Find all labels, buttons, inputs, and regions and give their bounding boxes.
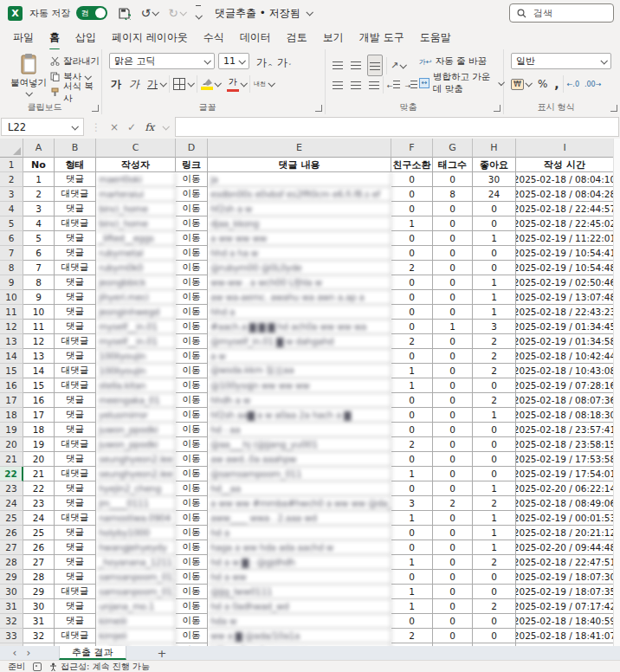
menu-tab-홈[interactable]: 홈 [42, 26, 68, 49]
cell-H31[interactable]: 2 [473, 599, 516, 614]
cell-A26[interactable]: 25 [23, 526, 55, 540]
comma-style-button[interactable]: , [554, 77, 559, 91]
cell-F30[interactable]: 1 [391, 585, 433, 599]
cell-E29[interactable]: hd a ww [208, 570, 391, 585]
cell-B15[interactable]: 대댓글 [55, 364, 96, 378]
cell-B9[interactable]: 댓글 [55, 275, 96, 290]
shrink-font-button[interactable]: 가ˇ [277, 55, 292, 70]
cell-C12[interactable]: myself__in.01 [96, 320, 176, 334]
cell-D13[interactable]: 이동 [176, 334, 208, 349]
cell-F18[interactable]: 0 [391, 408, 433, 423]
cell-A19[interactable]: 18 [23, 423, 55, 437]
format-painter-button[interactable]: 서식 복사 [50, 85, 101, 100]
cell-I11[interactable]: 2025-02-18 / 22:43:23 [516, 305, 614, 320]
cell-I23[interactable]: 2025-02-20 / 06:22:14 [516, 481, 614, 496]
cell-E11[interactable]: hhd a [208, 305, 391, 320]
cell-B12[interactable]: 댓글 [55, 320, 96, 334]
increase-indent-button[interactable]: → [405, 81, 418, 90]
cell-I31[interactable]: 2025-02-19 / 07:17:42 [516, 599, 614, 614]
cell-G2[interactable]: 0 [433, 172, 473, 187]
save-icon[interactable] [118, 7, 131, 20]
cell-A4[interactable]: 3 [23, 202, 55, 216]
cell-D7[interactable]: 이동 [176, 246, 208, 261]
cell-C10[interactable]: jihyeri.meci [96, 290, 176, 305]
cell-D9[interactable]: 이동 [176, 275, 208, 290]
cell-E10[interactable]: aw wa-aemc. awahu wa awn a.ap a [208, 290, 391, 305]
cell-D23[interactable]: 이동 [176, 481, 208, 496]
cell-E9[interactable]: ww-ww . a wch00 Lfjhla w [208, 275, 391, 290]
row-header-28[interactable]: 28 [0, 555, 23, 570]
paste-button[interactable]: 붙여넣기 [9, 53, 48, 96]
column-header-A[interactable]: A [23, 139, 55, 158]
cell-F12[interactable]: 0 [391, 320, 433, 334]
cell-H13[interactable]: 2 [473, 334, 516, 349]
cell-C33[interactable]: kimjeii [96, 629, 176, 643]
cell-H28[interactable]: 2 [473, 555, 516, 570]
row-header-22[interactable]: 22 [0, 467, 23, 481]
cell-E24[interactable]: a ww ww #mmba#hwch0 a ww ww @da_h [208, 496, 391, 511]
cell-I21[interactable]: 2025-02-19 / 17:53:58 [516, 452, 614, 467]
header-cell-No[interactable]: No [23, 158, 55, 172]
cell-B8[interactable]: 대댓글 [55, 261, 96, 275]
cell-H2[interactable]: 30 [473, 172, 516, 187]
cell-A7[interactable]: 6 [23, 246, 55, 261]
cell-C15[interactable]: 100liyoujin [96, 364, 176, 378]
row-header-3[interactable]: 3 [0, 187, 23, 202]
cell-E23[interactable]: hd__aa [208, 481, 391, 496]
cell-F31[interactable]: 1 [391, 599, 433, 614]
cell-F16[interactable]: 1 [391, 378, 433, 393]
font-name-select[interactable]: 맑은 고딕 [109, 53, 215, 69]
cell-G26[interactable]: 0 [433, 526, 473, 540]
cell-G8[interactable]: 0 [433, 261, 473, 275]
cell-B31[interactable]: 댓글 [55, 599, 96, 614]
cell-E16[interactable]: @100ysqjn ww ww ww [208, 378, 391, 393]
sheet-tab-active[interactable]: 추출 결과 [59, 646, 126, 660]
next-sheet-button[interactable]: › [23, 647, 35, 659]
cell-C21[interactable]: seunghyeon2.lee [96, 452, 176, 467]
cell-H10[interactable]: 1 [473, 290, 516, 305]
cell-E6[interactable]: a ww ww ww [208, 231, 391, 246]
cell-G27[interactable]: 0 [433, 540, 473, 555]
menu-tab-데이터[interactable]: 데이터 [232, 26, 279, 49]
cell-C30[interactable]: samsanpoom_011 [96, 585, 176, 599]
cell-B4[interactable]: 댓글 [55, 202, 96, 216]
cell-E8[interactable]: @rubym00 @0L0yde [208, 261, 391, 275]
cell-B18[interactable]: 댓글 [55, 408, 96, 423]
cell-B11[interactable]: 댓글 [55, 305, 96, 320]
cell-C25[interactable]: namostiwa.0904 [96, 511, 176, 526]
cell-D6[interactable]: 이동 [176, 231, 208, 246]
cell-C8[interactable]: rubym0k0 [96, 261, 176, 275]
align-top-button[interactable] [333, 61, 343, 69]
cell-B23[interactable]: 댓글 [55, 481, 96, 496]
cell-G22[interactable]: 0 [433, 467, 473, 481]
column-header-B[interactable]: B [55, 139, 96, 158]
cell-F22[interactable]: 1 [391, 467, 433, 481]
cell-E21[interactable]: aw awd..0a aaahpw [208, 452, 391, 467]
cell-F10[interactable]: 0 [391, 290, 433, 305]
cell-G24[interactable]: 2 [433, 496, 473, 511]
cell-D5[interactable]: 이동 [176, 216, 208, 231]
cell-H26[interactable]: 1 [473, 526, 516, 540]
cell-E14[interactable]: a w [208, 349, 391, 364]
row-header-5[interactable]: 5 [0, 216, 23, 231]
cell-I8[interactable]: 2025-02-19 / 10:54:48 [516, 261, 614, 275]
column-header-G[interactable]: G [433, 139, 473, 158]
cell-D10[interactable]: 이동 [176, 290, 208, 305]
cell-A10[interactable]: 9 [23, 290, 55, 305]
cell-B32[interactable]: 댓글 [55, 614, 96, 629]
cell-B22[interactable]: 대댓글 [55, 467, 96, 481]
row-header-16[interactable]: 16 [0, 378, 23, 393]
cell-F17[interactable]: 0 [391, 393, 433, 408]
underline-button[interactable]: 가 [147, 77, 158, 92]
cell-E27[interactable]: haga a ww hda ada aachd w [208, 540, 391, 555]
menu-tab-도움말[interactable]: 도움말 [412, 26, 459, 49]
cell-I26[interactable]: 2025-02-18 / 20:21:12 [516, 526, 614, 540]
wrap-text-button[interactable]: 가↩ 자동 줄 바꿈 [419, 54, 487, 69]
cell-E17[interactable]: hhdh a w [208, 393, 391, 408]
cell-E13[interactable]: @myself_in.01 ▇ w dahgahd [208, 334, 391, 349]
cell-H16[interactable]: 0 [473, 378, 516, 393]
font-dialog-launcher[interactable] [315, 105, 322, 112]
cell-F27[interactable]: 0 [391, 540, 433, 555]
cell-C2[interactable]: maeri0oki [96, 172, 176, 187]
cell-G33[interactable]: 0 [433, 629, 473, 643]
